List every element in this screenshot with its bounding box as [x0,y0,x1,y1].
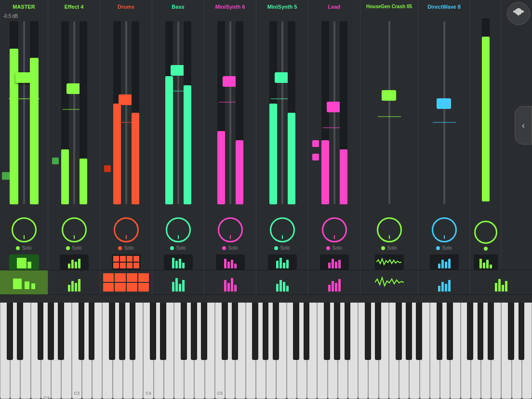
piano-black-key[interactable] [38,303,44,360]
piano-black-key[interactable] [416,303,422,360]
piano-black-key[interactable] [191,303,197,360]
piano-white-key[interactable]: C5 [215,303,225,399]
piano-black-key[interactable] [119,303,125,360]
piano-white-key[interactable] [358,303,368,399]
bass-solo-btn[interactable]: Solo [176,245,186,251]
piano-black-key[interactable] [293,303,299,360]
directwave8-solo-btn[interactable]: Solo [442,245,452,251]
minisynth5-knob[interactable] [270,217,295,242]
effect4-fader[interactable] [66,83,81,94]
lead-fader[interactable] [327,102,341,112]
drums-solo-btn[interactable]: Solo [124,245,133,251]
directwave8-fader[interactable] [437,98,451,109]
piano-black-key[interactable] [201,303,207,360]
drums-knob[interactable] [114,217,139,242]
piano-black-key[interactable] [263,303,269,360]
effect4-viz[interactable] [60,254,89,270]
housegen-knob[interactable] [377,217,402,242]
piano-black-key[interactable] [519,303,525,360]
piano-black-key[interactable] [345,303,351,360]
master-viz[interactable] [9,254,39,270]
directwave8-viz[interactable] [430,254,459,270]
piano-black-key[interactable] [375,303,381,360]
piano-black-key[interactable] [222,303,228,360]
minisynth6-fader[interactable] [223,76,237,87]
piano-black-key[interactable] [17,303,23,360]
extra-viz[interactable] [474,254,498,270]
master-fader-small[interactable] [2,172,10,180]
piano-black-key[interactable] [334,303,340,360]
piano-black-key[interactable] [324,303,330,360]
piano-black-key[interactable] [109,303,115,360]
effect4-viz-bar[interactable] [48,270,100,294]
piano-white-key[interactable] [246,303,256,399]
piano-black-key[interactable] [89,303,95,360]
minisynth5-solo-btn[interactable]: Solo [280,245,290,251]
housegen-viz-bar[interactable] [360,270,418,294]
piano-black-key[interactable] [48,303,54,360]
piano-white-key[interactable] [31,303,41,399]
piano-keyboard[interactable]: C3C4C5 [0,303,532,399]
lead-solo-btn[interactable]: Solo [332,245,342,251]
housegen-viz[interactable] [375,254,404,270]
piano-black-key[interactable] [447,303,453,360]
effect4-solo-btn[interactable]: Solo [72,245,81,251]
piano-black-key[interactable] [304,303,310,360]
piano-white-key[interactable] [430,303,440,399]
piano-white-key[interactable]: C4 [143,303,153,399]
master-knob[interactable] [12,217,37,242]
directwave8-knob[interactable] [432,217,457,242]
effect4-fader-small[interactable] [52,158,59,164]
master-solo-btn[interactable]: Solo [22,245,31,251]
drums-viz[interactable] [112,254,141,270]
piano-white-key[interactable] [461,303,471,399]
piano-white-key[interactable] [102,303,112,399]
back-arrow-btn[interactable]: ‹ [515,106,532,145]
minisynth5-viz-bar[interactable] [256,270,308,294]
piano-white-key[interactable]: C3 [72,303,82,399]
bass-viz[interactable] [164,254,193,270]
lead-viz[interactable] [320,254,349,270]
drums-viz-bar[interactable] [100,270,152,294]
lead-fader-small2[interactable] [312,154,319,160]
drums-fader[interactable] [119,94,133,105]
piano-black-key[interactable] [365,303,371,360]
bass-fader[interactable] [171,65,185,76]
master-viz-bar[interactable] [0,270,48,294]
lead-knob[interactable] [322,217,347,242]
piano-black-key[interactable] [130,303,136,360]
piano-black-key[interactable] [232,303,238,360]
bird-logo[interactable] [507,2,530,25]
piano-white-key[interactable] [287,303,297,399]
piano-black-key[interactable] [181,303,187,360]
piano-black-key[interactable] [7,303,13,360]
effect4-knob[interactable] [62,217,87,242]
piano-black-key[interactable] [273,303,279,360]
master-fader[interactable] [15,72,32,83]
piano-black-key[interactable] [437,303,443,360]
housegen-solo-btn[interactable]: Solo [387,245,397,251]
piano-black-key[interactable] [508,303,514,360]
housegen-fader[interactable] [382,90,396,101]
piano-black-key[interactable] [488,303,494,360]
minisynth6-knob[interactable] [218,217,243,242]
bass-knob[interactable] [166,217,191,242]
minisynth6-solo-btn[interactable]: Solo [228,245,238,251]
directwave8-viz-bar[interactable] [418,270,470,294]
piano-black-key[interactable] [150,303,156,360]
extra-knob[interactable] [474,221,497,244]
piano-black-key[interactable] [160,303,166,360]
minisynth5-viz[interactable] [268,254,297,270]
piano-black-key[interactable] [396,303,402,360]
piano-black-key[interactable] [252,303,258,360]
piano-black-key[interactable] [79,303,85,360]
lead-fader-small1[interactable] [312,140,319,147]
minisynth6-viz-bar[interactable] [204,270,256,294]
extra-viz-bar[interactable] [470,270,532,294]
piano-white-key[interactable] [389,303,399,399]
drums-fader-small[interactable] [104,165,111,172]
piano-white-key[interactable] [317,303,327,399]
piano-white-key[interactable] [174,303,184,399]
piano-black-key[interactable] [467,303,473,360]
piano-black-key[interactable] [478,303,484,360]
